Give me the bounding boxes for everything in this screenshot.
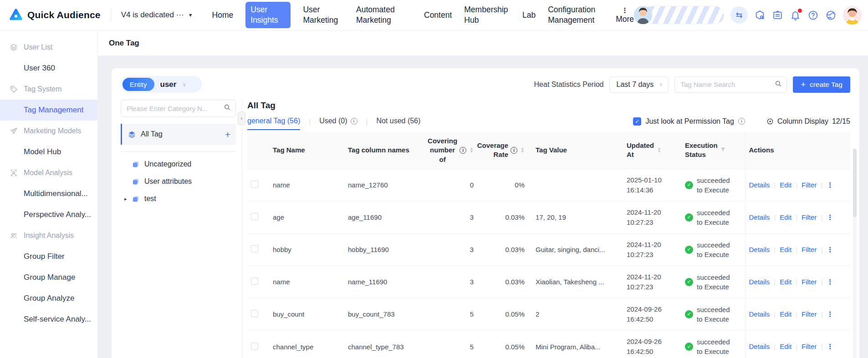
settings-hex-icon[interactable]: [754, 10, 766, 21]
nav-item-user-marketing[interactable]: User Marketing: [303, 5, 344, 25]
action-filter[interactable]: Filter: [802, 181, 817, 189]
action-details[interactable]: Details: [749, 310, 770, 318]
column-display-control[interactable]: Column Display 12/15: [766, 117, 850, 126]
sidebar-section-user-list[interactable]: User List: [0, 37, 97, 58]
tab-separator: |: [309, 118, 311, 128]
row-checkbox[interactable]: [251, 343, 258, 350]
add-category-icon[interactable]: +: [225, 130, 230, 139]
row-checkbox[interactable]: [251, 245, 258, 252]
cell-coverage-rate: 0.05%: [481, 330, 532, 358]
tab-not-used-56[interactable]: Not used (56): [376, 115, 420, 130]
permission-checkbox[interactable]: ✓: [633, 117, 641, 126]
expand-caret-icon[interactable]: ▸: [124, 196, 132, 202]
action-separator: |: [774, 278, 776, 286]
page-header: One Tag: [98, 30, 868, 56]
action-edit[interactable]: Edit: [780, 310, 791, 318]
row-checkbox[interactable]: [251, 277, 258, 285]
action-details[interactable]: Details: [749, 246, 770, 253]
cell-execution-status: ✓ succeededto Execute: [681, 266, 745, 298]
sidebar-item-tag-management[interactable]: Tag Management: [0, 100, 97, 121]
action-edit[interactable]: Edit: [780, 278, 791, 286]
profile-avatar[interactable]: [843, 6, 862, 25]
tab-general-tag-56[interactable]: general Tag (56): [247, 115, 300, 130]
workspace-selector[interactable]: V4 is dedicated ··· ▼: [111, 8, 193, 22]
info-icon[interactable]: i: [351, 118, 357, 125]
more-actions-icon[interactable]: ⋮: [827, 246, 834, 253]
success-check-icon: ✓: [685, 310, 693, 318]
help-icon[interactable]: [807, 10, 819, 21]
sidebar-section-marketing-models[interactable]: Marketing Models: [0, 121, 97, 141]
category-search-input[interactable]: [127, 105, 224, 112]
action-filter[interactable]: Filter: [802, 278, 817, 286]
tab-used-0[interactable]: Used (0)i: [319, 115, 357, 130]
action-details[interactable]: Details: [749, 181, 770, 189]
filter-funnel-icon[interactable]: [720, 146, 726, 155]
search-icon[interactable]: [224, 104, 231, 113]
sidebar-item-group-analyze[interactable]: Group Analyze: [0, 288, 97, 309]
action-details[interactable]: Details: [749, 278, 770, 286]
category-all-tag[interactable]: All Tag +: [121, 124, 236, 145]
sidebar-item-group-filter[interactable]: Group Filter: [0, 246, 97, 267]
scrollbar-thumb[interactable]: [853, 149, 857, 217]
clipboard-icon[interactable]: [772, 10, 783, 21]
sidebar-section-insight-analysis[interactable]: Insight Analysis: [0, 225, 97, 246]
bell-icon[interactable]: [790, 10, 801, 21]
info-icon[interactable]: i: [460, 147, 466, 154]
nav-item-more[interactable]: ⋮More: [616, 6, 634, 24]
sidebar-item-model-hub[interactable]: Model Hub: [0, 141, 97, 162]
action-edit[interactable]: Edit: [780, 246, 791, 253]
sidebar-item-perspective-analy[interactable]: Perspective Analy...: [0, 204, 97, 225]
action-edit[interactable]: Edit: [780, 181, 791, 189]
sort-icon[interactable]: ▲▼: [521, 147, 525, 153]
cell-covering-number: 5: [425, 330, 481, 358]
nav-item-user-insights[interactable]: User Insights: [245, 2, 291, 28]
action-details[interactable]: Details: [749, 343, 770, 350]
vertical-scrollbar[interactable]: [853, 149, 857, 358]
sort-icon[interactable]: ▲▼: [657, 147, 661, 153]
sidebar-section-tag-system[interactable]: Tag System: [0, 79, 97, 100]
more-actions-icon[interactable]: ⋮: [827, 310, 834, 318]
nav-item-lab[interactable]: Lab: [522, 10, 536, 20]
heat-period-select[interactable]: Last 7 days ∨: [609, 76, 669, 93]
info-icon[interactable]: i: [511, 147, 517, 154]
more-actions-icon[interactable]: ⋮: [827, 278, 834, 286]
action-edit[interactable]: Edit: [780, 213, 791, 221]
more-actions-icon[interactable]: ⋮: [827, 213, 834, 221]
nav-item-content[interactable]: Content: [424, 10, 452, 20]
action-filter[interactable]: Filter: [802, 213, 817, 221]
action-filter[interactable]: Filter: [802, 246, 817, 253]
category-item-uncategorized[interactable]: Uncategorized: [121, 156, 236, 173]
sidebar-item-self-service-analy[interactable]: Self-service Analy...: [0, 309, 97, 330]
sidebar-item-user-360[interactable]: User 360: [0, 58, 97, 79]
category-item-user-attributes[interactable]: User attributes: [121, 173, 236, 190]
sort-icon[interactable]: ▲▼: [470, 147, 474, 153]
cell-tag-name: name: [269, 169, 344, 201]
category-item-test[interactable]: ▸test: [121, 190, 236, 207]
nav-item-automated-marketing[interactable]: Automated Marketing: [356, 5, 412, 25]
collapse-panel-handle[interactable]: ‹: [238, 111, 245, 125]
user-avatar-small: [634, 6, 652, 24]
create-tag-button[interactable]: + create Tag: [793, 76, 850, 93]
row-checkbox[interactable]: [251, 310, 258, 317]
nav-item-configuration-management[interactable]: Configuration Management: [548, 5, 603, 25]
user-chip[interactable]: [634, 6, 724, 24]
entity-selector[interactable]: Entity user ∨: [121, 76, 202, 93]
row-checkbox[interactable]: [251, 213, 258, 220]
nav-item-home[interactable]: Home: [212, 10, 234, 20]
nav-item-membership-hub[interactable]: Membership Hub: [464, 5, 510, 25]
more-actions-icon[interactable]: ⋮: [827, 181, 834, 189]
action-filter[interactable]: Filter: [802, 343, 817, 350]
sidebar-item-group-manage[interactable]: Group Manage: [0, 267, 97, 288]
sidebar-item-multidimensional[interactable]: Multidimensional...: [0, 183, 97, 204]
action-edit[interactable]: Edit: [780, 343, 791, 350]
swap-icon[interactable]: ⇆: [730, 6, 748, 24]
info-icon[interactable]: i: [738, 118, 745, 125]
action-details[interactable]: Details: [749, 213, 770, 221]
more-actions-icon[interactable]: ⋮: [827, 343, 834, 350]
tag-search-input[interactable]: [680, 81, 775, 88]
globe-icon[interactable]: [825, 10, 837, 21]
search-icon[interactable]: [775, 80, 782, 89]
sidebar-section-model-analysis[interactable]: Model Analysis: [0, 162, 97, 183]
action-filter[interactable]: Filter: [802, 310, 817, 318]
row-checkbox[interactable]: [251, 181, 258, 188]
